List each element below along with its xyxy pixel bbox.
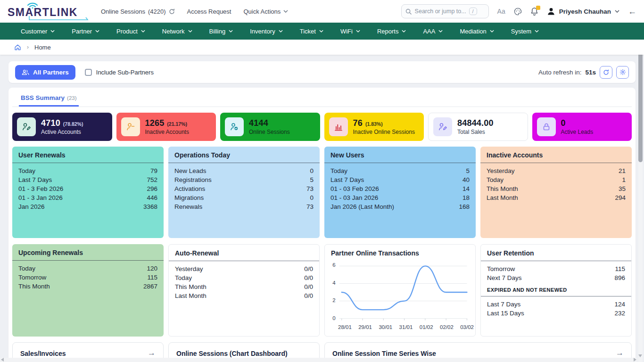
panel-row: This Month0/0 xyxy=(175,282,313,291)
chevron-down-icon xyxy=(95,30,99,33)
notification-badge xyxy=(536,6,540,10)
stat-card-inactive-accounts[interactable]: 1265(21.17%) Inactive Accounts xyxy=(116,113,216,141)
chart-plot-area xyxy=(337,262,471,323)
chevron-down-icon xyxy=(188,30,192,33)
nav-item-customer[interactable]: Customer xyxy=(21,28,55,35)
scroll-left-arrow[interactable] xyxy=(1,358,4,362)
search-input[interactable] xyxy=(415,8,466,15)
panel-title: New Users xyxy=(324,147,476,163)
panel-row: This Month2867 xyxy=(18,282,157,291)
nav-item-product[interactable]: Product xyxy=(116,28,145,35)
dashboard-content: BSS Summary (23) 4710(78.82%) Active Acc… xyxy=(8,88,636,362)
stat-card-total-sales[interactable]: 84844.00 Total Sales xyxy=(428,113,528,141)
nav-item-inventory[interactable]: Inventory xyxy=(250,28,282,35)
panels-row-2: Upcoming Renewals Today120 Tomorrow115 T… xyxy=(12,244,632,337)
vertical-scrollbar-thumb[interactable] xyxy=(638,41,643,162)
panel-row: Jan 2026 (Last Month)168 xyxy=(330,202,470,211)
panel-new-users: New Users Today5 Last 7 Days40 01 - 03 F… xyxy=(324,147,476,238)
scroll-right-arrow[interactable] xyxy=(634,358,636,362)
stat-card-inactive-online-sessions[interactable]: 76(1.83%) Inactive Online Sessions xyxy=(324,113,424,141)
panel-row: Today79 xyxy=(18,166,157,175)
panel-title: Inactive Accounts xyxy=(480,147,632,163)
breadcrumb-home[interactable]: Home xyxy=(34,44,51,51)
chevron-down-icon xyxy=(50,30,55,33)
vertical-scrollbar[interactable] xyxy=(638,40,643,362)
refresh-icon[interactable] xyxy=(169,8,175,15)
include-sub-partners-toggle[interactable]: Include Sub-Partners xyxy=(85,69,154,76)
refresh-icon xyxy=(603,69,609,75)
panel-row: Last 7 Days752 xyxy=(18,175,157,184)
all-partners-button[interactable]: All Partners xyxy=(15,65,75,80)
panel-auto-renewal: Auto-Renewal Yesterday0/0 Today0/0 This … xyxy=(168,244,320,337)
nav-item-mediation[interactable]: Mediation xyxy=(460,28,494,35)
arrow-right-icon[interactable]: → xyxy=(148,350,156,356)
panel-row: Today1 xyxy=(487,175,626,184)
panel-row: Yesterday0/0 xyxy=(175,264,313,273)
chevron-down-icon xyxy=(283,10,288,13)
panel-row: Last 7 Days124 xyxy=(487,300,625,309)
main-navigation: Customer Partner Product Network Billing… xyxy=(0,23,644,40)
home-icon[interactable] xyxy=(14,44,21,51)
stat-card-active-accounts[interactable]: 4710(78.82%) Active Accounts xyxy=(12,113,112,141)
refresh-now-button[interactable] xyxy=(600,66,612,79)
panel-row: 01 - 3 Feb 2026296 xyxy=(18,184,157,193)
quick-actions-menu[interactable]: Quick Actions xyxy=(243,8,288,15)
stat-card-active-leads[interactable]: 0 Active Leads xyxy=(532,113,632,141)
panel-row: Today5 xyxy=(330,166,470,175)
stat-card-online-sessions[interactable]: 4144 Online Sessions xyxy=(220,113,320,141)
nav-item-system[interactable]: System xyxy=(511,28,539,35)
online-sessions-menu[interactable]: Online Sessions (4220) xyxy=(101,8,175,15)
user-menu[interactable]: Priyesh Chauhan xyxy=(547,7,619,16)
chevron-down-icon xyxy=(402,30,406,33)
theme-palette-icon[interactable] xyxy=(514,8,522,16)
panel-row: Today120 xyxy=(18,264,157,273)
nav-item-ticket[interactable]: Ticket xyxy=(300,28,323,35)
nav-item-network[interactable]: Network xyxy=(162,28,192,35)
font-size-toggle[interactable]: Aa xyxy=(497,8,505,15)
chart-x-axis: 28/0129/0130/0131/0101/0202/0203/02 xyxy=(338,324,474,330)
chevron-down-icon xyxy=(141,30,145,33)
back-arrow-icon[interactable]: ← xyxy=(628,7,636,16)
panel-row: Last Month294 xyxy=(487,193,626,202)
user-edit-icon xyxy=(17,117,36,136)
arrow-right-icon[interactable]: → xyxy=(616,350,624,356)
chevron-down-icon xyxy=(356,30,360,33)
notifications-bell-icon[interactable] xyxy=(530,7,538,16)
scroll-down-arrow[interactable] xyxy=(638,354,642,357)
panel-row: Renewals73 xyxy=(174,202,314,211)
user-edit-icon xyxy=(433,117,452,136)
panel-row: Last 7 Days40 xyxy=(330,175,470,184)
global-search[interactable]: / xyxy=(401,4,489,18)
tab-bss-summary[interactable]: BSS Summary (23) xyxy=(19,91,79,107)
panel-row: Yesterday21 xyxy=(487,166,626,175)
nav-item-aaa[interactable]: AAA xyxy=(423,28,443,35)
refresh-settings-button[interactable] xyxy=(616,66,629,79)
panel-title: Auto-Renewal xyxy=(169,245,319,261)
lock-icon xyxy=(537,117,556,136)
panel-operations-today: Operations Today New Leads0 Registration… xyxy=(168,147,320,238)
chart-title: Partner Online Transactions xyxy=(325,245,475,261)
nav-item-reports[interactable]: Reports xyxy=(377,28,406,35)
chevron-down-icon xyxy=(279,30,283,33)
panel-user-renewals: User Renewals Today79 Last 7 Days752 01 … xyxy=(12,147,164,238)
panel-user-retention: User Retention Tomorrow115 Next 7 Days89… xyxy=(480,244,632,337)
include-sub-partners-checkbox[interactable] xyxy=(85,69,92,76)
search-shortcut-key: / xyxy=(469,8,477,15)
panel-row: 01 - 03 Feb 202614 xyxy=(330,184,470,193)
stat-cards-row: 4710(78.82%) Active Accounts 1265(21.17%… xyxy=(12,113,632,141)
breadcrumb-separator: › xyxy=(27,44,29,50)
horizontal-scrollbar[interactable] xyxy=(0,358,637,362)
panel-row: Last Month0/0 xyxy=(175,291,313,300)
search-icon xyxy=(405,8,412,15)
nav-item-partner[interactable]: Partner xyxy=(72,28,99,35)
nav-item-wifi[interactable]: WiFi xyxy=(340,28,360,35)
nav-item-billing[interactable]: Billing xyxy=(209,28,233,35)
auto-refresh-area: Auto refresh in: 51s xyxy=(538,66,629,79)
smartlink-logo[interactable]: SMARTLINK xyxy=(8,2,89,21)
access-request-menu[interactable]: Access Request xyxy=(187,8,231,15)
panel-row: Today0/0 xyxy=(175,273,313,282)
auto-refresh-label: Auto refresh in: xyxy=(538,69,582,76)
chevron-down-icon xyxy=(319,30,323,33)
user-name: Priyesh Chauhan xyxy=(559,8,611,15)
tabs-row: BSS Summary (23) xyxy=(12,91,632,107)
